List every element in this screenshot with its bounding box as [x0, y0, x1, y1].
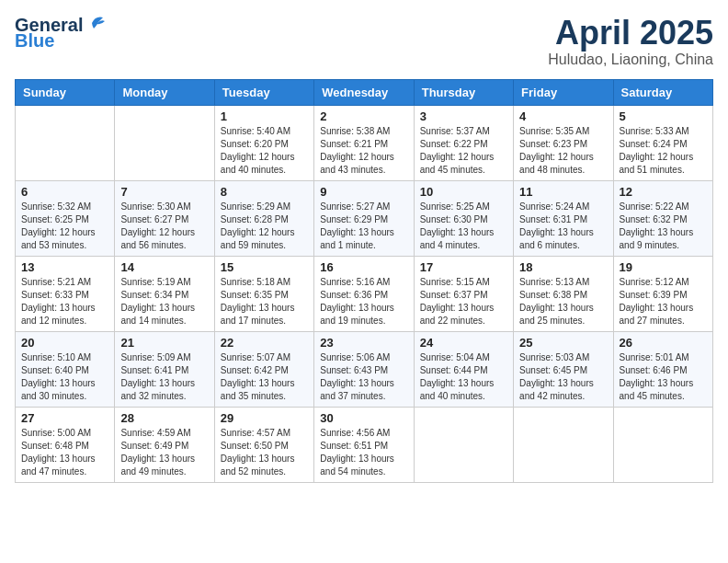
day-info: Sunrise: 5:22 AMSunset: 6:32 PMDaylight:…: [620, 201, 707, 252]
day-number: 21: [120, 336, 208, 350]
calendar-day-cell: 13Sunrise: 5:21 AMSunset: 6:33 PMDayligh…: [16, 256, 115, 331]
day-info: Sunrise: 5:12 AMSunset: 6:39 PMDaylight:…: [620, 276, 707, 327]
day-number: 12: [620, 185, 707, 199]
day-number: 16: [320, 260, 407, 274]
calendar-title: April 2025: [548, 15, 713, 52]
calendar-day-cell: 26Sunrise: 5:01 AMSunset: 6:46 PMDayligh…: [613, 331, 712, 407]
day-info: Sunrise: 5:32 AMSunset: 6:25 PMDaylight:…: [21, 201, 108, 252]
day-number: 24: [420, 336, 507, 350]
day-info: Sunrise: 5:27 AMSunset: 6:29 PMDaylight:…: [320, 201, 407, 252]
day-number: 7: [120, 185, 208, 199]
day-number: 20: [21, 336, 108, 350]
day-number: 28: [120, 411, 208, 425]
day-info: Sunrise: 5:03 AMSunset: 6:45 PMDaylight:…: [519, 351, 607, 403]
weekday-header: Tuesday: [214, 79, 313, 105]
day-number: 13: [21, 260, 108, 274]
day-number: 4: [519, 109, 607, 123]
weekday-header: Thursday: [414, 79, 513, 105]
calendar-day-cell: 3Sunrise: 5:37 AMSunset: 6:22 PMDaylight…: [414, 105, 513, 180]
calendar-week-row: 13Sunrise: 5:21 AMSunset: 6:33 PMDayligh…: [16, 256, 713, 331]
weekday-header: Wednesday: [314, 79, 414, 105]
day-info: Sunrise: 5:35 AMSunset: 6:23 PMDaylight:…: [519, 125, 607, 177]
day-number: 30: [320, 411, 407, 425]
weekday-header: Friday: [514, 79, 613, 105]
calendar-day-cell: 11Sunrise: 5:24 AMSunset: 6:31 PMDayligh…: [514, 180, 613, 256]
calendar-day-cell: 16Sunrise: 5:16 AMSunset: 6:36 PMDayligh…: [314, 256, 414, 331]
calendar-day-cell: 25Sunrise: 5:03 AMSunset: 6:45 PMDayligh…: [514, 331, 613, 407]
day-info: Sunrise: 5:13 AMSunset: 6:38 PMDaylight:…: [519, 276, 607, 327]
calendar-day-cell: 24Sunrise: 5:04 AMSunset: 6:44 PMDayligh…: [414, 331, 513, 407]
calendar-day-cell: 21Sunrise: 5:09 AMSunset: 6:41 PMDayligh…: [115, 331, 214, 407]
day-info: Sunrise: 5:25 AMSunset: 6:30 PMDaylight:…: [420, 201, 507, 252]
day-number: 25: [519, 336, 607, 350]
day-info: Sunrise: 5:21 AMSunset: 6:33 PMDaylight:…: [21, 276, 108, 327]
day-info: Sunrise: 5:30 AMSunset: 6:27 PMDaylight:…: [120, 201, 208, 252]
page-header: General Blue April 2025 Huludao, Liaonin…: [15, 15, 713, 68]
day-number: 2: [320, 109, 407, 123]
day-info: Sunrise: 5:10 AMSunset: 6:40 PMDaylight:…: [21, 351, 108, 403]
calendar-week-row: 20Sunrise: 5:10 AMSunset: 6:40 PMDayligh…: [16, 331, 713, 407]
day-info: Sunrise: 5:06 AMSunset: 6:43 PMDaylight:…: [320, 351, 407, 403]
day-info: Sunrise: 4:56 AMSunset: 6:51 PMDaylight:…: [320, 427, 407, 478]
day-number: 18: [519, 260, 607, 274]
day-number: 5: [620, 109, 707, 123]
calendar-day-cell: 8Sunrise: 5:29 AMSunset: 6:28 PMDaylight…: [214, 180, 313, 256]
day-info: Sunrise: 5:15 AMSunset: 6:37 PMDaylight:…: [420, 276, 507, 327]
day-number: 27: [21, 411, 108, 425]
calendar-day-cell: 6Sunrise: 5:32 AMSunset: 6:25 PMDaylight…: [16, 180, 115, 256]
calendar-location: Huludao, Liaoning, China: [548, 52, 713, 68]
calendar-day-cell: 5Sunrise: 5:33 AMSunset: 6:24 PMDaylight…: [613, 105, 712, 180]
calendar-day-cell: 9Sunrise: 5:27 AMSunset: 6:29 PMDaylight…: [314, 180, 414, 256]
day-info: Sunrise: 5:38 AMSunset: 6:21 PMDaylight:…: [320, 125, 407, 177]
day-number: 9: [320, 185, 407, 199]
calendar-day-cell: 15Sunrise: 5:18 AMSunset: 6:35 PMDayligh…: [214, 256, 313, 331]
weekday-header: Saturday: [613, 79, 712, 105]
day-number: 19: [620, 260, 707, 274]
logo-blue: Blue: [15, 30, 54, 52]
day-info: Sunrise: 5:37 AMSunset: 6:22 PMDaylight:…: [420, 125, 507, 177]
day-number: 14: [120, 260, 208, 274]
day-number: 26: [620, 336, 707, 350]
day-number: 8: [221, 185, 308, 199]
day-info: Sunrise: 4:59 AMSunset: 6:49 PMDaylight:…: [120, 427, 208, 478]
day-info: Sunrise: 5:00 AMSunset: 6:48 PMDaylight:…: [21, 427, 108, 478]
calendar-day-cell: 30Sunrise: 4:56 AMSunset: 6:51 PMDayligh…: [314, 407, 414, 482]
calendar-day-cell: 29Sunrise: 4:57 AMSunset: 6:50 PMDayligh…: [214, 407, 313, 482]
calendar-day-cell: 12Sunrise: 5:22 AMSunset: 6:32 PMDayligh…: [613, 180, 712, 256]
day-info: Sunrise: 5:01 AMSunset: 6:46 PMDaylight:…: [620, 351, 707, 403]
calendar-day-cell: 27Sunrise: 5:00 AMSunset: 6:48 PMDayligh…: [16, 407, 115, 482]
day-info: Sunrise: 5:18 AMSunset: 6:35 PMDaylight:…: [221, 276, 308, 327]
day-info: Sunrise: 5:33 AMSunset: 6:24 PMDaylight:…: [620, 125, 707, 177]
calendar-day-cell: [414, 407, 513, 482]
calendar-day-cell: 1Sunrise: 5:40 AMSunset: 6:20 PMDaylight…: [214, 105, 313, 180]
day-info: Sunrise: 5:07 AMSunset: 6:42 PMDaylight:…: [221, 351, 308, 403]
day-number: 11: [519, 185, 607, 199]
day-info: Sunrise: 5:16 AMSunset: 6:36 PMDaylight:…: [320, 276, 407, 327]
calendar-day-cell: [613, 407, 712, 482]
day-number: 22: [221, 336, 308, 350]
calendar-day-cell: 18Sunrise: 5:13 AMSunset: 6:38 PMDayligh…: [514, 256, 613, 331]
calendar-day-cell: 7Sunrise: 5:30 AMSunset: 6:27 PMDaylight…: [115, 180, 214, 256]
calendar-day-cell: 20Sunrise: 5:10 AMSunset: 6:40 PMDayligh…: [16, 331, 115, 407]
calendar-day-cell: 17Sunrise: 5:15 AMSunset: 6:37 PMDayligh…: [414, 256, 513, 331]
day-info: Sunrise: 5:29 AMSunset: 6:28 PMDaylight:…: [221, 201, 308, 252]
calendar-table: SundayMondayTuesdayWednesdayThursdayFrid…: [15, 79, 713, 483]
day-info: Sunrise: 4:57 AMSunset: 6:50 PMDaylight:…: [221, 427, 308, 478]
calendar-week-row: 1Sunrise: 5:40 AMSunset: 6:20 PMDaylight…: [16, 105, 713, 180]
day-number: 17: [420, 260, 507, 274]
day-info: Sunrise: 5:24 AMSunset: 6:31 PMDaylight:…: [519, 201, 607, 252]
weekday-header: Monday: [115, 79, 214, 105]
day-number: 3: [420, 109, 507, 123]
calendar-day-cell: 2Sunrise: 5:38 AMSunset: 6:21 PMDaylight…: [314, 105, 414, 180]
day-info: Sunrise: 5:09 AMSunset: 6:41 PMDaylight:…: [120, 351, 208, 403]
calendar-day-cell: 22Sunrise: 5:07 AMSunset: 6:42 PMDayligh…: [214, 331, 313, 407]
day-number: 23: [320, 336, 407, 350]
logo: General Blue: [15, 15, 108, 52]
day-number: 29: [221, 411, 308, 425]
day-number: 10: [420, 185, 507, 199]
day-info: Sunrise: 5:40 AMSunset: 6:20 PMDaylight:…: [221, 125, 308, 177]
title-block: April 2025 Huludao, Liaoning, China: [548, 15, 713, 68]
calendar-day-cell: 10Sunrise: 5:25 AMSunset: 6:30 PMDayligh…: [414, 180, 513, 256]
logo-bird-icon: [85, 14, 108, 32]
calendar-day-cell: 28Sunrise: 4:59 AMSunset: 6:49 PMDayligh…: [115, 407, 214, 482]
